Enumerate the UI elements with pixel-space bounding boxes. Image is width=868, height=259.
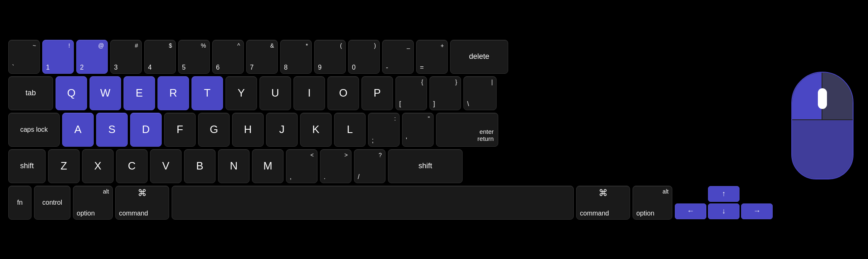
key-2[interactable]: @ 2 bbox=[76, 40, 108, 74]
key-i[interactable]: I bbox=[293, 76, 325, 110]
key-1[interactable]: ! 1 bbox=[42, 40, 74, 74]
key-slash-top: ? bbox=[378, 152, 382, 158]
key-equals[interactable]: + = bbox=[416, 40, 448, 74]
key-9-bottom: 9 bbox=[318, 64, 322, 71]
number-row: ~ ` ! 1 @ 2 # 3 $ 4 % 5 bbox=[8, 40, 773, 74]
key-enter[interactable]: enter return bbox=[436, 113, 498, 147]
key-control[interactable]: control bbox=[34, 186, 70, 220]
key-c[interactable]: C bbox=[116, 149, 148, 183]
keyboard: ~ ` ! 1 @ 2 # 3 $ 4 % 5 bbox=[8, 40, 773, 220]
key-6[interactable]: ^ 6 bbox=[212, 40, 244, 74]
key-backslash-bottom: \ bbox=[467, 101, 469, 107]
key-b[interactable]: B bbox=[184, 149, 216, 183]
key-h[interactable]: H bbox=[232, 113, 264, 147]
key-u[interactable]: U bbox=[259, 76, 291, 110]
key-shift-right[interactable]: shift bbox=[388, 149, 463, 183]
key-x[interactable]: X bbox=[82, 149, 114, 183]
key-minus-bottom: - bbox=[386, 64, 388, 71]
key-7-top: & bbox=[270, 43, 274, 48]
arrow-cluster: ↑ ← ↓ → bbox=[675, 186, 773, 219]
key-arrow-down[interactable]: ↓ bbox=[708, 203, 739, 219]
key-o[interactable]: O bbox=[327, 76, 359, 110]
key-minus[interactable]: _ - bbox=[382, 40, 414, 74]
key-tilde-bottom: ` bbox=[12, 64, 14, 71]
enter-labels: enter return bbox=[441, 116, 494, 144]
key-p[interactable]: P bbox=[361, 76, 393, 110]
key-quote[interactable]: " ' bbox=[402, 113, 434, 147]
key-enter-bottom: return bbox=[478, 135, 494, 142]
key-0-top: ) bbox=[374, 43, 376, 48]
key-1-bottom: 1 bbox=[46, 64, 50, 71]
key-5-bottom: 5 bbox=[182, 64, 186, 71]
key-command-right[interactable]: ⌘ command bbox=[576, 186, 630, 220]
key-tilde-top: ~ bbox=[33, 43, 36, 48]
key-f-label: F bbox=[177, 123, 183, 136]
key-0[interactable]: ) 0 bbox=[348, 40, 380, 74]
key-slash-bottom: / bbox=[358, 174, 359, 180]
key-command-left[interactable]: ⌘ command bbox=[115, 186, 169, 220]
key-comma[interactable]: < , bbox=[286, 149, 318, 183]
key-r[interactable]: R bbox=[158, 76, 189, 110]
key-g[interactable]: G bbox=[198, 113, 230, 147]
key-5[interactable]: % 5 bbox=[178, 40, 210, 74]
key-arrow-left[interactable]: ← bbox=[675, 203, 706, 219]
key-3[interactable]: # 3 bbox=[110, 40, 142, 74]
key-shift-right-label: shift bbox=[418, 162, 432, 170]
key-7-bottom: 7 bbox=[250, 64, 254, 71]
key-rbracket[interactable]: } ] bbox=[429, 76, 461, 110]
key-8[interactable]: * 8 bbox=[280, 40, 312, 74]
key-4[interactable]: $ 4 bbox=[144, 40, 176, 74]
main-container: ~ ` ! 1 @ 2 # 3 $ 4 % 5 bbox=[0, 0, 868, 259]
key-capslock-label: caps lock bbox=[20, 126, 48, 133]
key-o-label: O bbox=[339, 87, 347, 99]
arrow-left-icon: ← bbox=[687, 207, 694, 215]
key-k[interactable]: K bbox=[300, 113, 332, 147]
key-delete[interactable]: delete bbox=[450, 40, 508, 74]
key-tab[interactable]: tab bbox=[8, 76, 53, 110]
key-backslash[interactable]: | \ bbox=[463, 76, 497, 110]
key-l[interactable]: L bbox=[334, 113, 366, 147]
key-e[interactable]: E bbox=[124, 76, 155, 110]
key-semicolon[interactable]: : ; bbox=[368, 113, 400, 147]
key-alt-right-top: alt bbox=[662, 189, 669, 194]
key-t[interactable]: T bbox=[192, 76, 223, 110]
key-arrow-up[interactable]: ↑ bbox=[708, 186, 739, 202]
key-capslock[interactable]: caps lock bbox=[8, 113, 60, 147]
key-period[interactable]: > . bbox=[320, 149, 352, 183]
key-tilde[interactable]: ~ ` bbox=[8, 40, 40, 74]
key-equals-bottom: = bbox=[420, 64, 424, 71]
key-lbracket[interactable]: { [ bbox=[395, 76, 427, 110]
key-a[interactable]: A bbox=[62, 113, 94, 147]
arrow-right-icon: → bbox=[753, 207, 761, 215]
key-alt-left[interactable]: alt option bbox=[73, 186, 113, 220]
key-2-top: @ bbox=[98, 43, 104, 48]
key-m-label: M bbox=[263, 160, 272, 172]
key-a-label: A bbox=[74, 123, 81, 136]
key-n[interactable]: N bbox=[218, 149, 250, 183]
key-s[interactable]: S bbox=[96, 113, 128, 147]
key-space[interactable] bbox=[172, 186, 574, 220]
key-z[interactable]: Z bbox=[48, 149, 80, 183]
key-m[interactable]: M bbox=[252, 149, 284, 183]
key-enter-top: enter bbox=[480, 128, 494, 135]
key-cmd-right-label: command bbox=[580, 210, 609, 217]
key-slash[interactable]: ? / bbox=[354, 149, 386, 183]
key-arrow-right[interactable]: → bbox=[741, 203, 773, 219]
key-shift-left[interactable]: shift bbox=[8, 149, 46, 183]
key-shift-left-label: shift bbox=[20, 162, 34, 170]
key-y[interactable]: Y bbox=[225, 76, 257, 110]
key-9[interactable]: ( 9 bbox=[314, 40, 346, 74]
key-6-top: ^ bbox=[237, 43, 240, 48]
key-j[interactable]: J bbox=[266, 113, 298, 147]
key-f[interactable]: F bbox=[164, 113, 196, 147]
key-v[interactable]: V bbox=[150, 149, 182, 183]
key-8-top: * bbox=[306, 43, 308, 48]
key-minus-top: _ bbox=[407, 43, 410, 48]
key-w[interactable]: W bbox=[90, 76, 121, 110]
key-d[interactable]: D bbox=[130, 113, 162, 147]
key-7[interactable]: & 7 bbox=[246, 40, 278, 74]
key-q[interactable]: Q bbox=[56, 76, 87, 110]
key-alt-right[interactable]: alt option bbox=[633, 186, 672, 220]
key-fn[interactable]: fn bbox=[8, 186, 32, 220]
key-rbracket-bottom: ] bbox=[433, 101, 435, 107]
